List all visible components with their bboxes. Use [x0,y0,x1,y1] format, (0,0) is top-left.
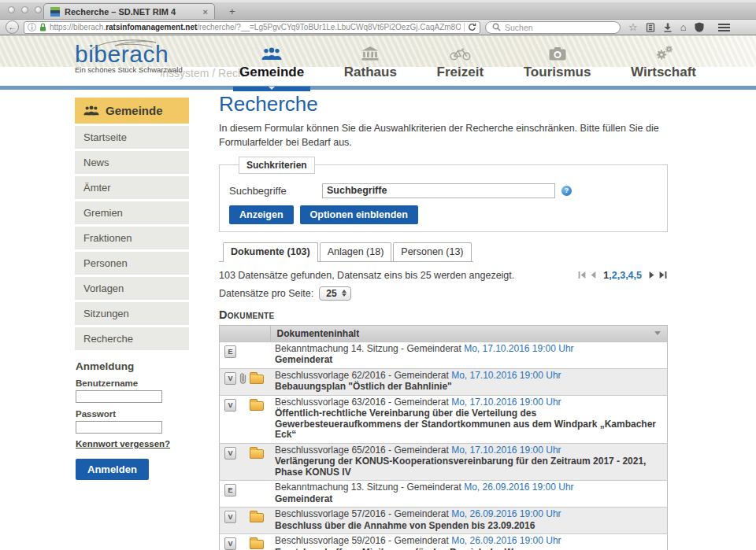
section-heading: Dokumente [219,308,668,321]
site-logo[interactable]: biberach Ein schönes Stück Schwarzwald [75,41,183,74]
forgot-password-link[interactable]: Kennwort vergessen? [76,439,170,448]
site-header: Ratsinformationssystem / Recherche biber… [0,35,756,90]
page-title: Recherche [219,93,668,116]
doc-text: Beschlussvorlage 62/2016 - Gemeinderat [275,370,451,381]
folder-icon[interactable] [250,513,264,522]
documents-table-body: EBekanntmachung 14. Sitzung - Gemeindera… [220,341,668,550]
tab-title: Recherche – SD.NET RIM 4 [65,7,198,17]
window-minimize-button[interactable] [21,6,28,13]
sidebar-item-gremien[interactable]: Gremien [75,201,189,224]
meeting-date-link[interactable]: Mo, 26.09.2016 19:00 Uhr [451,535,561,546]
url-bar[interactable]: https://biberach.ratsinfomanagement.net/… [24,21,480,34]
shield-icon[interactable] [695,22,704,32]
reload-icon[interactable] [464,23,476,31]
tab-personen-13[interactable]: Personen (13) [393,242,471,261]
help-icon[interactable]: ? [561,186,572,196]
doc-text: Beschlussvorlage 65/2016 - Gemeinderat [275,445,451,456]
meeting-date-link[interactable]: Mo, 17.10.2016 19:00 Uhr [451,397,561,408]
login-button[interactable]: Anmelden [76,459,149,480]
document-type-icon[interactable]: E [224,345,236,358]
page-list: 1,2,3,4,5 [603,270,642,281]
fieldset-legend: Suchkriterien [239,157,315,174]
browser-search-input[interactable]: Suchen [485,21,621,34]
doc-content-cell: Beschlussvorlage 57/2016 - Gemeinderat M… [270,508,668,534]
new-tab-button[interactable]: + [223,6,242,17]
sidebar-item-news[interactable]: News [75,151,189,174]
page-link[interactable]: 5 [636,270,642,281]
page-link[interactable]: 2 [612,270,617,281]
logo-tagline: Ein schönes Stück Schwarzwald [75,65,183,74]
reading-list-icon[interactable] [646,23,655,32]
sidebar-section-header[interactable]: Gemeinde [75,98,189,124]
menu-hamburger-icon[interactable] [718,24,730,31]
site-favicon-icon [50,7,60,17]
ssl-lock-icon[interactable] [39,23,46,31]
doc-text: Beschlussvorlage 59/2016 - Gemeinderat [275,535,451,546]
last-page-icon[interactable] [658,271,668,279]
back-button[interactable]: ← [6,20,19,34]
nav-item-wirtschaft[interactable]: Wirtschaft [628,40,699,86]
sidebar-item-fraktionen[interactable]: Fraktionen [75,227,189,249]
bookmark-star-icon[interactable]: ☆ [628,22,638,32]
sidebar-item-vorlagen[interactable]: Vorlagen [75,277,189,300]
username-field[interactable] [76,390,162,403]
username-label: Benutzername [76,378,189,388]
sidebar-item-aemter[interactable]: Ämter [75,176,189,199]
sidebar-item-startseite[interactable]: Startseite [75,126,189,149]
document-type-icon[interactable]: E [224,484,236,496]
browser-tab[interactable]: Recherche – SD.NET RIM 4 × [43,3,215,19]
table-row: VBeschlussvorlage 59/2016 - Gemeinderat … [220,534,668,550]
doc-content-cell: Beschlussvorlage 65/2016 - Gemeinderat M… [270,443,668,481]
window-close-button[interactable] [8,6,15,13]
doc-content-cell: Bekanntmachung 13. Sitzung - Gemeinderat… [270,481,668,508]
meeting-date-link[interactable]: Mo, 17.10.2016 19:00 Uhr [451,370,561,381]
sidebar-item-recherche[interactable]: Recherche [75,327,189,350]
page-info-icon[interactable] [28,23,36,31]
meeting-date-link[interactable]: Mo, 17.10.2016 19:00 Uhr [464,343,573,354]
nav-item-rathaus[interactable]: Rathaus [341,40,400,86]
table-row: EBekanntmachung 13. Sitzung - Gemeindera… [220,481,668,508]
show-options-button[interactable]: Optionen einblenden [300,205,418,224]
home-icon[interactable]: ⌂ [680,22,687,32]
meeting-date-link[interactable]: Mo, 26.09.2016 19:00 Uhr [451,508,561,519]
first-page-icon[interactable] [577,271,587,279]
stepper-icon [342,290,346,297]
document-type-icon[interactable]: V [224,447,236,460]
tab-dokumente-103[interactable]: Dokumente (103) [223,242,318,262]
folder-icon[interactable] [250,540,264,549]
document-type-icon[interactable]: V [224,511,236,523]
nav-item-gemeinde[interactable]: Gemeinde [236,40,307,86]
per-page-value: 25 [326,288,336,299]
password-field[interactable] [76,421,162,434]
tab-anlagen-18[interactable]: Anlagen (18) [320,242,392,261]
document-type-icon[interactable]: V [224,537,236,550]
doc-icons-cell: V [220,395,271,443]
document-type-icon[interactable]: V [224,372,236,385]
meeting-date-link[interactable]: Mo, 26.09.2016 19:00 Uhr [464,482,573,493]
window-zoom-button[interactable] [35,6,42,13]
per-page-select[interactable]: 25 [319,286,350,301]
sidebar-item-sitzungen[interactable]: Sitzungen [75,302,189,325]
folder-icon[interactable] [250,401,264,411]
table-row: VBeschlussvorlage 62/2016 - Gemeinderat … [220,368,668,395]
document-type-icon[interactable]: V [224,399,236,412]
page-link[interactable]: 4 [628,270,634,281]
nav-item-tourismus[interactable]: Tourismus [521,40,595,86]
tab-close-icon[interactable]: × [203,7,208,17]
folder-icon[interactable] [250,449,264,459]
prev-page-icon[interactable] [589,271,597,279]
sidebar-section-title: Gemeinde [106,104,163,117]
nav-label: Tourismus [524,65,591,80]
main-nav: GemeindeRathausFreizeitTourismusWirtscha… [236,40,699,86]
next-page-icon[interactable] [648,271,656,279]
meeting-date-link[interactable]: Mo, 17.10.2016 19:00 Uhr [451,445,561,456]
nav-item-freizeit[interactable]: Freizeit [434,40,487,86]
table-row: VBeschlussvorlage 63/2016 - Gemeinderat … [220,395,668,443]
doc-line: Beschlussvorlage 59/2016 - Gemeinderat M… [275,536,661,547]
download-icon[interactable] [663,23,673,32]
sidebar-item-personen[interactable]: Personen [75,252,189,275]
search-terms-input[interactable] [322,183,555,198]
show-results-button[interactable]: Anzeigen [229,205,294,224]
folder-icon[interactable] [250,375,264,384]
content-column-header[interactable]: Dokumenteninhalt [270,325,668,341]
